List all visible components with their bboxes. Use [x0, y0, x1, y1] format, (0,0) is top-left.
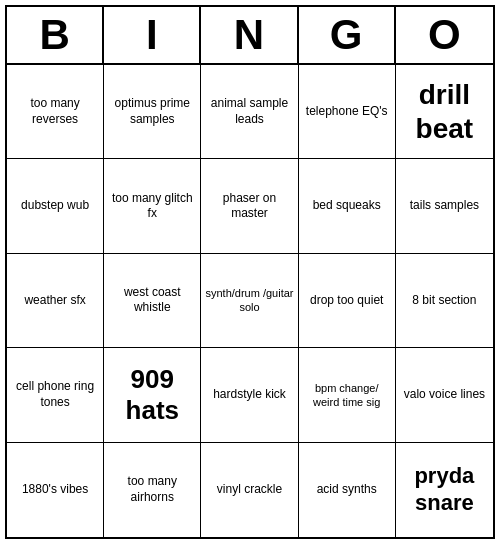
- bingo-cell: 1880's vibes: [7, 443, 104, 537]
- bingo-cell: 8 bit section: [396, 254, 493, 348]
- header-letter: I: [104, 7, 201, 63]
- bingo-cell: telephone EQ's: [299, 65, 396, 159]
- bingo-cell: valo voice lines: [396, 348, 493, 442]
- bingo-cell: vinyl crackle: [201, 443, 298, 537]
- bingo-cell: animal sample leads: [201, 65, 298, 159]
- header-letter: O: [396, 7, 493, 63]
- header-letter: N: [201, 7, 298, 63]
- bingo-card: BINGO too many reversesoptimus prime sam…: [5, 5, 495, 539]
- bingo-cell: hardstyle kick: [201, 348, 298, 442]
- bingo-cell: phaser on master: [201, 159, 298, 253]
- bingo-cell: west coast whistle: [104, 254, 201, 348]
- bingo-grid: too many reversesoptimus prime samplesan…: [7, 65, 493, 537]
- bingo-cell: pryda snare: [396, 443, 493, 537]
- header-letter: B: [7, 7, 104, 63]
- bingo-cell: bed squeaks: [299, 159, 396, 253]
- bingo-cell: cell phone ring tones: [7, 348, 104, 442]
- bingo-cell: drop too quiet: [299, 254, 396, 348]
- bingo-cell: too many airhorns: [104, 443, 201, 537]
- bingo-cell: too many reverses: [7, 65, 104, 159]
- bingo-cell: dubstep wub: [7, 159, 104, 253]
- bingo-cell: tails samples: [396, 159, 493, 253]
- bingo-cell: bpm change/ weird time sig: [299, 348, 396, 442]
- header-letter: G: [299, 7, 396, 63]
- bingo-cell: drill beat: [396, 65, 493, 159]
- bingo-header: BINGO: [7, 7, 493, 65]
- bingo-cell: optimus prime samples: [104, 65, 201, 159]
- bingo-cell: 909 hats: [104, 348, 201, 442]
- bingo-cell: too many glitch fx: [104, 159, 201, 253]
- bingo-cell: acid synths: [299, 443, 396, 537]
- bingo-cell: synth/drum /guitar solo: [201, 254, 298, 348]
- bingo-cell: weather sfx: [7, 254, 104, 348]
